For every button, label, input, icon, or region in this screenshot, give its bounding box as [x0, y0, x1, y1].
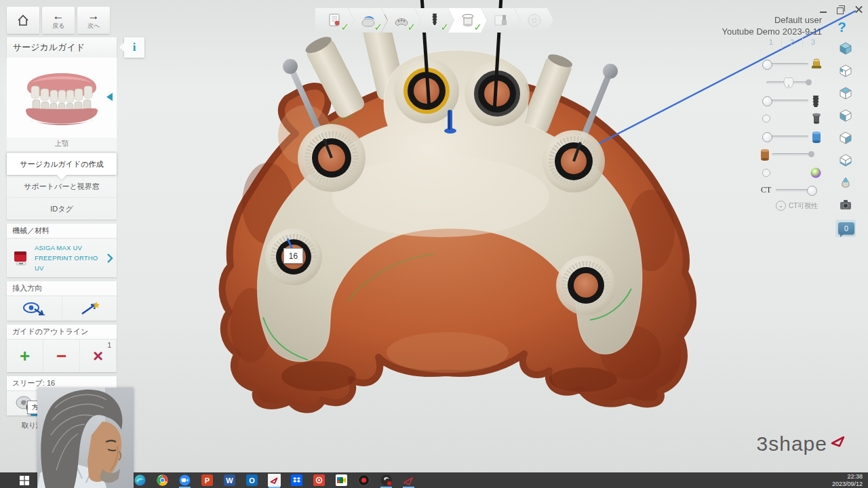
taskbar-clock[interactable]: 22:38 2023/09/12 — [832, 473, 863, 487]
taskbar-recorder[interactable] — [357, 474, 370, 487]
word-icon: W — [224, 474, 235, 486]
jaw-label: 上顎 — [7, 138, 117, 151]
slider-handle[interactable] — [807, 186, 817, 196]
cube-top-icon[interactable] — [838, 85, 853, 100]
cube-right-icon[interactable] — [838, 130, 853, 145]
next-label: 次へ — [87, 22, 100, 30]
taskbar-powerpoint[interactable]: P — [201, 474, 214, 487]
machine-selector[interactable]: ASIGA MAX UV FREEPRINT ORTHO UV — [7, 239, 117, 277]
comments-button[interactable]: 0 — [835, 220, 856, 237]
workflow-step-scan[interactable]: ✓ — [349, 8, 387, 33]
cross-section-icon[interactable] — [838, 175, 853, 190]
check-icon: ✓ — [374, 21, 382, 33]
logo-triangle-icon — [830, 432, 848, 449]
check-icon: ✓ — [440, 21, 449, 33]
view-preset-1[interactable]: 1 — [761, 38, 782, 49]
cube-left-icon[interactable] — [838, 108, 853, 123]
logo-text: 3shape — [757, 432, 827, 455]
ct-visibility-row: ⌄ CT可視性 — [754, 201, 829, 216]
top-nav: ← 戻る → 次へ — [7, 7, 110, 34]
denture-image — [7, 58, 117, 138]
slider-handle[interactable] — [762, 60, 772, 70]
cube-corner-icon[interactable] — [838, 63, 853, 78]
screenshot-icon[interactable] — [838, 197, 853, 212]
help-button[interactable]: ? — [837, 19, 846, 35]
taskbar-3shape[interactable] — [268, 474, 281, 487]
workflow-step-implant[interactable]: ✓ — [415, 8, 454, 33]
step-menu: サージカルガイドの作成 サポートバーと視界窓 IDタグ — [7, 152, 117, 220]
taskbar-edge[interactable] — [134, 474, 146, 487]
implant-icon — [428, 12, 441, 29]
view-direction-icon — [22, 300, 45, 317]
taskbar-red-share[interactable] — [313, 474, 326, 487]
clock-date: 2023/09/12 — [832, 481, 863, 488]
set-direction-button[interactable] — [62, 296, 117, 321]
cube-solid-icon[interactable] — [838, 41, 853, 56]
3shape-app-icon — [268, 474, 281, 487]
sleeve-s4[interactable] — [542, 130, 605, 192]
sidebar: サージカルガイド 上顎 サージカルガイドの作成 サポートバーと視界窓 — [7, 37, 117, 420]
workflow-step-finalize[interactable] — [481, 8, 520, 33]
next-button[interactable]: → 次へ — [77, 7, 110, 34]
workflow-step-order[interactable]: ✓ — [315, 8, 354, 33]
sleeve-radio[interactable] — [762, 115, 770, 123]
outlook-letter: O — [249, 476, 255, 485]
workflow-step-export[interactable] — [515, 8, 553, 33]
restore-button[interactable] — [837, 5, 845, 14]
back-button[interactable]: ← 戻る — [42, 7, 75, 34]
tooth-handle-icon[interactable] — [780, 75, 797, 90]
minimize-button[interactable] — [819, 5, 827, 14]
windows-start-button[interactable] — [18, 474, 31, 487]
taskbar-obs[interactable] — [380, 474, 393, 487]
taskbar-outlook[interactable]: O — [245, 474, 258, 487]
sleeve-s6[interactable] — [556, 256, 616, 315]
clock-time: 22:38 — [832, 473, 863, 481]
view-preset-2[interactable]: 2 — [782, 38, 803, 49]
slider-ct: CT — [754, 183, 829, 198]
menu-item-id-tag[interactable]: IDタグ — [7, 197, 117, 220]
jaw-preview-image[interactable] — [7, 58, 117, 138]
home-button[interactable] — [7, 7, 39, 34]
dropbox-icon — [291, 474, 302, 486]
info-button[interactable]: i — [124, 37, 144, 58]
taskbar-word[interactable]: W — [223, 474, 236, 487]
back-label: 戻る — [52, 22, 64, 30]
case-name: Youtube Demo 2023-9-11 — [722, 26, 822, 37]
taskbar-meet[interactable] — [335, 474, 348, 487]
cube-bottom-icon[interactable] — [838, 152, 853, 167]
row-sleeve-visibility — [754, 111, 829, 126]
taskbar-triangle-viewer[interactable] — [402, 474, 415, 487]
user-name: Default user — [722, 15, 822, 25]
slider-handle[interactable] — [762, 96, 772, 106]
arrow-left-icon: ← — [53, 11, 64, 21]
machine-header: 機械／材料 — [7, 224, 117, 239]
outline-remove-button[interactable]: − — [43, 340, 80, 372]
taskbar-chrome[interactable] — [156, 474, 169, 487]
menu-item-create-guide[interactable]: サージカルガイドの作成 — [7, 152, 117, 175]
machine-section: 機械／材料 ASIGA MAX UV FREEPRINT ORTHO UV — [7, 224, 117, 277]
workflow-step-sleeve[interactable]: ✓ — [448, 8, 487, 33]
view-preset-3[interactable]: 3 — [803, 38, 823, 49]
slider-guide — [754, 129, 829, 144]
outline-delete-button[interactable]: × 1 — [80, 340, 117, 372]
chevron-right-icon — [106, 253, 114, 264]
taskbar-dropbox[interactable] — [290, 474, 303, 487]
window-controls — [819, 5, 863, 14]
ct-visibility-toggle[interactable]: ⌄ CT可視性 — [776, 201, 818, 211]
comment-count: 0 — [844, 224, 848, 232]
insertion-section: 挿入方向 — [7, 281, 117, 321]
color-radio[interactable] — [762, 169, 770, 177]
taskbar-zoom[interactable] — [178, 474, 191, 487]
word-letter: W — [226, 476, 233, 485]
ct-label: CT — [761, 185, 771, 195]
presenter-video — [37, 388, 134, 488]
slider-handle[interactable] — [762, 132, 772, 142]
outline-add-button[interactable]: + — [7, 340, 43, 372]
view-direction-button[interactable] — [7, 296, 62, 321]
workflow-step-model[interactable]: ✓ — [382, 8, 420, 33]
cylinder-blue-icon — [810, 130, 823, 145]
cylinder-copper-icon — [758, 148, 772, 163]
recorder-icon — [358, 474, 370, 486]
close-button[interactable] — [854, 5, 863, 14]
sleeve-s1[interactable] — [298, 124, 366, 192]
